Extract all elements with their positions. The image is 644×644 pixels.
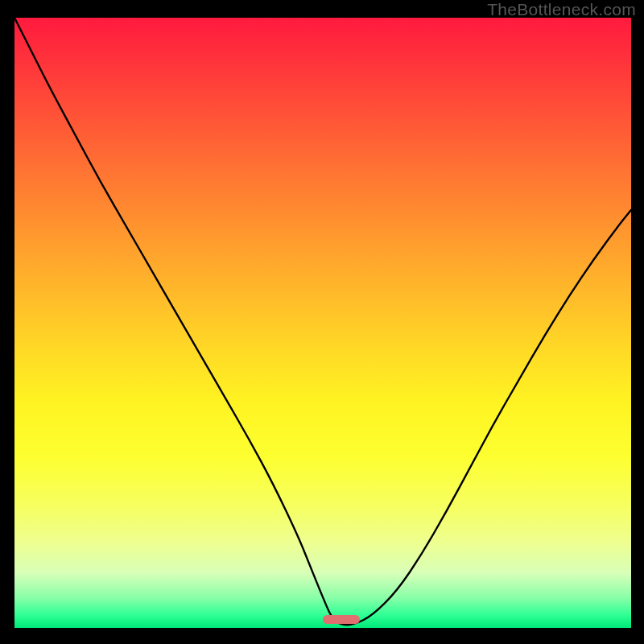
- watermark-text: TheBottleneck.com: [487, 0, 636, 19]
- minimum-marker: [323, 615, 360, 624]
- chart-gradient-background: [14, 18, 631, 628]
- chart-frame: TheBottleneck.com: [0, 0, 644, 644]
